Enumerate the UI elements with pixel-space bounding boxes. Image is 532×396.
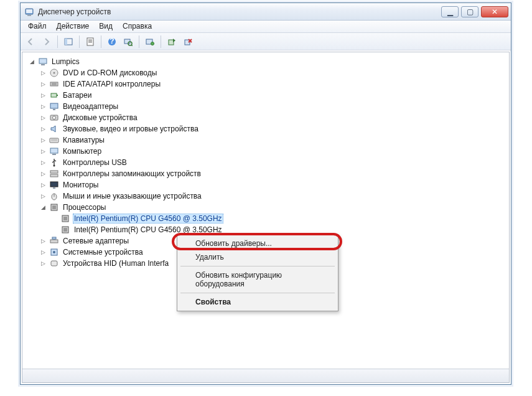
expander-closed-icon[interactable]: ▷: [40, 260, 47, 267]
svg-rect-27: [51, 93, 57, 97]
tree-node[interactable]: ▷Мыши и иные указывающие устройства: [40, 191, 506, 202]
expander-closed-icon[interactable]: ▷: [40, 103, 47, 110]
tree-node[interactable]: ▷Контроллеры USB: [40, 157, 506, 168]
tree-node-label: Компьютер: [62, 146, 103, 156]
tree-node[interactable]: ▷Видеоадаптеры: [40, 101, 506, 112]
context-properties[interactable]: Свойства: [179, 295, 336, 309]
nav-back-button: [23, 35, 38, 49]
tree-node[interactable]: ▷Батареи: [40, 90, 506, 101]
expander-closed-icon[interactable]: ▷: [40, 70, 47, 77]
svg-rect-41: [50, 182, 58, 187]
expander-closed-icon[interactable]: ▷: [40, 159, 47, 166]
tree-node-label: Мыши и иные указывающие устройства: [62, 191, 203, 201]
tree-node[interactable]: ◢Процессоры: [40, 202, 506, 213]
svg-rect-16: [169, 40, 174, 45]
menu-view[interactable]: Вид: [94, 21, 118, 32]
tree-node-label: DVD и CD-ROM дисководы: [62, 68, 158, 78]
storage-icon: [49, 169, 59, 179]
tree-node-label: Intel(R) Pentium(R) CPU G4560 @ 3.50GHz: [73, 225, 223, 235]
context-update-drivers[interactable]: Обновить драйверы...: [179, 237, 336, 250]
tree-node-label: Видеоадаптеры: [62, 101, 119, 111]
display-icon: [49, 101, 59, 111]
expander-open-icon[interactable]: ◢: [40, 204, 47, 211]
expander-closed-icon[interactable]: ▷: [40, 137, 47, 144]
svg-rect-48: [63, 217, 67, 220]
context-refresh-config[interactable]: Обновить конфигурацию оборудования: [179, 268, 336, 291]
device-tree[interactable]: ◢ Lumpics ▷DVD и CD-ROM дисководы▷IDE AT…: [22, 52, 509, 369]
client-area: ◢ Lumpics ▷DVD и CD-ROM дисководы▷IDE AT…: [22, 52, 510, 383]
monitor-icon: [49, 180, 59, 190]
expander-closed-icon[interactable]: ▷: [40, 249, 47, 256]
tree-node[interactable]: ▷Мониторы: [40, 179, 506, 191]
battery-icon: [49, 90, 59, 100]
tree-node-label: Батареи: [62, 90, 93, 100]
context-separator: [180, 293, 335, 293]
tree-node[interactable]: ▷Клавиатуры: [40, 134, 506, 146]
svg-rect-4: [65, 39, 67, 45]
svg-rect-24: [50, 82, 58, 86]
tree-node-label: Мониторы: [62, 180, 100, 190]
svg-point-55: [53, 251, 55, 253]
titlebar[interactable]: Диспетчер устройств ▁ ▢ ✕: [21, 3, 511, 21]
expander-closed-icon[interactable]: ▷: [40, 126, 47, 133]
svg-rect-1: [26, 9, 32, 13]
svg-rect-51: [50, 240, 58, 243]
tree-root[interactable]: ◢ Lumpics: [29, 56, 506, 67]
expander-closed-icon[interactable]: ▷: [40, 182, 47, 189]
tree-node[interactable]: ▷Контроллеры запоминающих устройств: [40, 168, 506, 179]
expander-closed-icon[interactable]: ▷: [40, 171, 47, 177]
expander-closed-icon[interactable]: ▷: [40, 92, 47, 99]
mouse-icon: [49, 191, 59, 201]
expander-closed-icon[interactable]: ▷: [40, 193, 47, 200]
cpu-icon: [60, 214, 70, 224]
device-manager-window: Диспетчер устройств ▁ ▢ ✕ Файл Действие …: [20, 2, 511, 385]
svg-point-15: [151, 42, 154, 45]
maximize-button[interactable]: ▢: [461, 6, 478, 17]
tree-node-label: Процессоры: [62, 202, 108, 212]
svg-rect-28: [57, 95, 58, 96]
tree-node-label: Сетевые адаптеры: [62, 236, 130, 246]
close-button[interactable]: ✕: [481, 6, 508, 17]
expander-icon[interactable]: ◢: [29, 59, 35, 65]
system-icon: [49, 247, 59, 257]
tree-node-label: Контроллеры запоминающих устройств: [62, 169, 202, 179]
properties-button[interactable]: [83, 35, 98, 49]
update-driver-toolbar-button[interactable]: [164, 35, 179, 49]
expander-closed-icon[interactable]: ▷: [40, 238, 47, 245]
svg-rect-20: [39, 59, 47, 64]
svg-text:?: ?: [110, 37, 114, 45]
usb-icon: [49, 158, 59, 167]
tree-node-label: IDE ATA/ATAPI контроллеры: [62, 79, 162, 89]
svg-rect-39: [50, 171, 58, 173]
svg-rect-21: [41, 64, 45, 65]
tree-node[interactable]: ▷Дисковые устройства: [40, 112, 506, 123]
tree-node[interactable]: Intel(R) Pentium(R) CPU G4560 @ 3.50GHz: [51, 213, 506, 224]
computer-icon: [49, 146, 59, 156]
help-button[interactable]: ?: [105, 35, 119, 49]
tree-node[interactable]: ▷DVD и CD-ROM дисководы: [40, 67, 506, 78]
tree-node[interactable]: ▷Компьютер: [40, 146, 506, 157]
expander-closed-icon[interactable]: ▷: [40, 115, 47, 121]
tree-node[interactable]: ▷Звуковые, видео и игровые устройства: [40, 123, 506, 134]
expander-closed-icon[interactable]: ▷: [40, 148, 47, 155]
minimize-button[interactable]: ▁: [441, 6, 459, 17]
hid-icon: [49, 258, 59, 268]
context-remove[interactable]: Удалить: [179, 250, 336, 264]
menu-file[interactable]: Файл: [23, 21, 52, 32]
expander-closed-icon[interactable]: ▷: [40, 81, 47, 88]
tree-node[interactable]: ▷IDE ATA/ATAPI контроллеры: [40, 78, 506, 90]
svg-rect-56: [51, 261, 57, 266]
tree-node-label: Устройства HID (Human Interfa: [62, 258, 170, 268]
svg-rect-46: [52, 205, 56, 209]
svg-rect-2: [27, 15, 31, 16]
scan-hardware-button[interactable]: [121, 35, 136, 49]
statusbar: [22, 369, 509, 382]
show-hide-console-button[interactable]: [61, 35, 76, 49]
uninstall-toolbar-button[interactable]: [180, 35, 195, 49]
svg-rect-52: [52, 237, 56, 239]
menu-action[interactable]: Действие: [52, 21, 95, 32]
tree-node-label: Клавиатуры: [62, 135, 106, 145]
tree-root-label: Lumpics: [50, 57, 81, 67]
menu-help[interactable]: Справка: [118, 21, 157, 32]
console-tree-button[interactable]: [142, 35, 157, 49]
